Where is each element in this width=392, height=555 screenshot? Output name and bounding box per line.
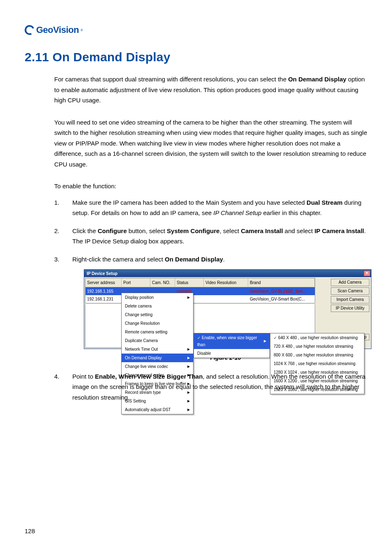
res-640x480[interactable]: 640 X 480 , use higher resolution stream… — [270, 333, 364, 342]
ctx-change-resolution[interactable]: Change Resolution — [122, 319, 193, 328]
page-title: 2.11 On Demand Display — [25, 50, 367, 64]
cell-brand: GeoVision_GV-BL110D_Seri... — [248, 287, 315, 295]
add-camera-button[interactable]: Add Camera — [331, 279, 369, 286]
label: Change setting — [125, 311, 152, 318]
ctx-display-position[interactable]: Display position▶ — [122, 293, 193, 302]
cell-vres — [204, 295, 248, 303]
intro-paragraph-2: You will need to set one video streaming… — [54, 117, 367, 170]
chevron-right-icon: ▶ — [187, 295, 190, 301]
col-status[interactable]: Status — [175, 278, 204, 287]
bold: On Demand Display — [288, 76, 346, 83]
cell-brand: GeoVision_GV-Smart Box(C... — [248, 295, 315, 303]
text: , select — [219, 227, 241, 234]
cell-addr: 192.168.1.165 — [85, 287, 122, 295]
ctx-change-setting[interactable]: Change setting — [122, 310, 193, 319]
cell-addr: 192.168.1.231 — [85, 295, 122, 303]
grid-header: Server address Port Cam. NO. Status Vide… — [85, 278, 315, 287]
bold: IP Camera Install — [314, 227, 364, 234]
check-icon: Enable, when view size bigger than — [197, 334, 264, 348]
label: 800 X 600 , use higher resolution stream… — [274, 352, 353, 358]
bold: Configure — [98, 227, 127, 234]
bold: Camera Install — [241, 227, 283, 234]
table-row[interactable]: 192.168.1.231 connect GeoVision_GV-Smart… — [85, 295, 315, 303]
table-row[interactable]: 192.168.1.165 connect GeoVision_GV-BL110… — [85, 287, 315, 295]
lead-in: To enable the function: — [54, 181, 367, 192]
check-icon: 640 X 480 , use higher resolution stream… — [274, 334, 357, 341]
logo-icon — [25, 25, 35, 35]
device-grid[interactable]: Server address Port Cam. NO. Status Vide… — [85, 278, 315, 303]
logo-text: GeoVision — [36, 25, 79, 35]
scan-camera-button[interactable]: Scan Camera — [331, 287, 369, 295]
text: For cameras that support dual streaming … — [54, 76, 288, 83]
label: Change live view codec — [125, 363, 168, 370]
brand-logo: GeoVision ® — [25, 25, 367, 35]
label: Automatically adjust DST — [125, 406, 171, 413]
sub-enable-bigger-than[interactable]: Enable, when view size bigger than▶ — [194, 333, 270, 349]
dialog-title: IP Device Setup — [87, 270, 118, 277]
label: 1024 X 768 , use higher resolution strea… — [274, 360, 355, 367]
bold: Enable, When View Size Bigger Than — [95, 373, 203, 380]
col-server-address[interactable]: Server address — [85, 278, 122, 287]
dialog-titlebar[interactable]: IP Device Setup ✕ — [84, 270, 371, 277]
text: Right-click the camera and select — [72, 256, 165, 263]
import-camera-button[interactable]: Import Camera — [331, 296, 369, 303]
label: Network Time Out — [125, 346, 158, 353]
chevron-right-icon: ▶ — [187, 407, 190, 413]
step-2: Click the Configure button, select Syste… — [54, 226, 367, 247]
col-brand[interactable]: Brand — [248, 278, 315, 287]
text: button, select — [127, 227, 167, 234]
logo-tm: ® — [81, 28, 83, 32]
ip-device-setup-dialog: IP Device Setup ✕ Server address Port Ca… — [84, 269, 371, 349]
res-800x600[interactable]: 800 X 600 , use higher resolution stream… — [270, 351, 364, 359]
ctx-duplicate-camera[interactable]: Duplicate Camera — [122, 336, 193, 345]
cell-vres — [204, 287, 248, 295]
ctx-delete-camera[interactable]: Delete camera — [122, 302, 193, 310]
submenu-enable: Enable, when view size bigger than▶ Disa… — [194, 333, 270, 358]
col-video-res[interactable]: Video Resolution — [204, 278, 248, 287]
close-icon[interactable]: ✕ — [364, 271, 370, 276]
ctx-auto-adjust-dst[interactable]: Automatically adjust DST▶ — [122, 405, 193, 414]
bold: On Demand Display — [165, 256, 223, 263]
text: Make sure the IP camera has been added t… — [72, 199, 307, 206]
sub-disable[interactable]: Disable — [194, 349, 270, 358]
label: Display position — [125, 294, 154, 301]
text: . — [223, 256, 225, 263]
step-3: Right-click the camera and select On Dem… — [54, 254, 367, 363]
ctx-change-live-view-codec[interactable]: Change live view codec▶ — [122, 362, 193, 371]
step-1: Make sure the IP camera has been added t… — [54, 197, 367, 218]
intro-paragraph-1: For cameras that support dual streaming … — [54, 74, 367, 106]
italic: IP Channel Setup — [213, 209, 261, 216]
text: Point to — [72, 373, 95, 380]
label: Remote camera setting — [125, 328, 167, 335]
chevron-right-icon: ▶ — [187, 355, 190, 361]
label: Delete camera — [125, 303, 152, 310]
label: 720 X 480 , use higher resolution stream… — [274, 343, 353, 350]
ctx-on-demand-display[interactable]: On Demand Display▶ — [122, 354, 193, 362]
text: earlier in this chapter. — [261, 209, 322, 216]
label: On Demand Display — [125, 354, 161, 361]
text: and select — [283, 227, 315, 234]
ctx-remote-camera-setting[interactable]: Remote camera setting — [122, 328, 193, 336]
ctx-network-time-out[interactable]: Network Time Out▶ — [122, 345, 193, 354]
text: Click the — [72, 227, 98, 234]
bold: Dual Stream — [307, 199, 343, 206]
res-1024x768[interactable]: 1024 X 768 , use higher resolution strea… — [270, 359, 364, 368]
page-number: 128 — [25, 527, 35, 534]
label: Duplicate Camera — [125, 337, 158, 344]
chevron-right-icon: ▶ — [187, 347, 190, 352]
res-720x480[interactable]: 720 X 480 , use higher resolution stream… — [270, 342, 364, 351]
bold: System Configure — [167, 227, 219, 234]
ip-device-utility-button[interactable]: IP Device Utility — [331, 305, 369, 312]
chevron-right-icon: ▶ — [187, 364, 190, 370]
step-4: Point to Enable, When View Size Bigger T… — [54, 371, 367, 403]
col-cam-no[interactable]: Cam. NO. — [150, 278, 175, 287]
label: Disable — [197, 350, 211, 357]
label: Change Resolution — [125, 320, 160, 327]
chevron-right-icon: ▶ — [264, 338, 266, 344]
col-port[interactable]: Port — [122, 278, 150, 287]
